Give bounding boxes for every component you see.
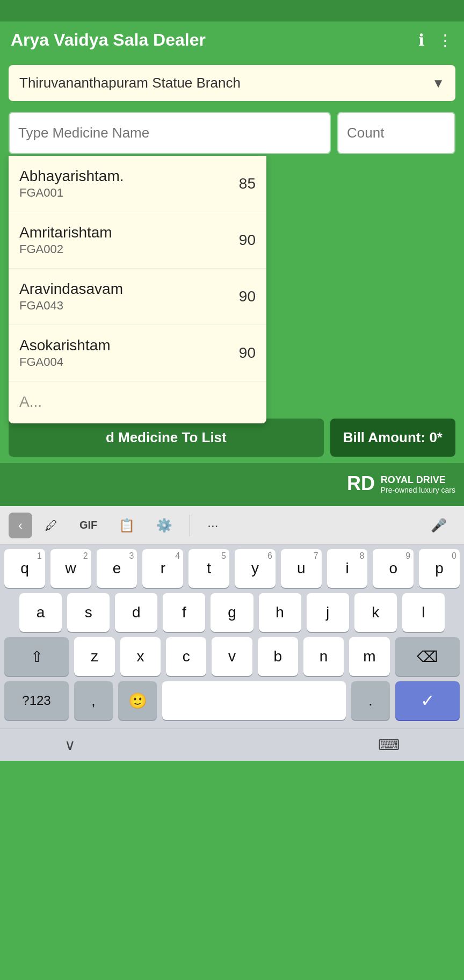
key-t[interactable]: 5t bbox=[189, 549, 229, 588]
key-backspace[interactable]: ⌫ bbox=[395, 637, 460, 676]
key-num-sym[interactable]: ?123 bbox=[4, 681, 69, 720]
search-area: Abhayarishtam. FGA001 85 Amritarishtam F… bbox=[0, 107, 464, 154]
key-j[interactable]: j bbox=[307, 593, 349, 632]
list-item[interactable]: A... bbox=[9, 381, 266, 423]
medicine-dropdown-list: Abhayarishtam. FGA001 85 Amritarishtam F… bbox=[9, 156, 266, 423]
keyboard-settings-button[interactable]: ⚙️ bbox=[148, 514, 181, 537]
royal-drive-logo: RD ROYAL DRIVE Pre-owned luxury cars bbox=[344, 471, 455, 498]
keyboard-toolbar: ‹ 🖊 GIF 📋 ⚙️ ··· 🎤 bbox=[0, 506, 464, 545]
keyboard: 1q 2w 3e 4r 5t 6y 7u 8i 9o 0p a s d f g … bbox=[0, 545, 464, 729]
svg-text:RD: RD bbox=[347, 472, 375, 494]
key-d[interactable]: d bbox=[115, 593, 157, 632]
key-m[interactable]: m bbox=[349, 637, 389, 676]
key-period[interactable]: . bbox=[351, 681, 390, 720]
keyboard-row-3: ⇧ z x c v b n m ⌫ bbox=[0, 637, 464, 676]
more-options-icon[interactable]: ⋮ bbox=[437, 31, 453, 49]
key-c[interactable]: c bbox=[166, 637, 206, 676]
brand-name: ROYAL DRIVE Pre-owned luxury cars bbox=[381, 474, 455, 495]
key-s[interactable]: s bbox=[67, 593, 110, 632]
key-a[interactable]: a bbox=[19, 593, 62, 632]
branch-selector[interactable]: Thiruvananthapuram Statue Branch ▼ bbox=[9, 65, 455, 101]
key-h[interactable]: h bbox=[259, 593, 301, 632]
header-icons: ℹ ⋮ bbox=[418, 31, 453, 49]
key-e[interactable]: 3e bbox=[97, 549, 137, 588]
royal-drive-logo-icon: RD bbox=[344, 471, 376, 498]
status-bar bbox=[0, 0, 464, 21]
keyboard-row-2: a s d f g h j k l bbox=[0, 593, 464, 632]
key-comma[interactable]: , bbox=[74, 681, 113, 720]
keyboard-row-1: 1q 2w 3e 4r 5t 6y 7u 8i 9o 0p bbox=[0, 549, 464, 588]
key-q[interactable]: 1q bbox=[4, 549, 45, 588]
key-enter[interactable]: ✓ bbox=[395, 681, 460, 720]
keyboard-row-4: ?123 , 🙂 . ✓ bbox=[0, 681, 464, 724]
branch-selector-container: Thiruvananthapuram Statue Branch ▼ bbox=[0, 59, 464, 107]
keyboard-collapse-button[interactable]: ∨ bbox=[64, 736, 76, 754]
key-b[interactable]: b bbox=[258, 637, 298, 676]
keyboard-gif-button[interactable]: GIF bbox=[71, 515, 106, 536]
toolbar-divider bbox=[190, 515, 190, 536]
key-emoji[interactable]: 🙂 bbox=[118, 681, 157, 720]
ad-banner: RD ROYAL DRIVE Pre-owned luxury cars bbox=[0, 463, 464, 506]
keyboard-layout-button[interactable]: ⌨ bbox=[378, 736, 400, 754]
key-y[interactable]: 6y bbox=[235, 549, 276, 588]
key-r[interactable]: 4r bbox=[142, 549, 183, 588]
key-n[interactable]: n bbox=[303, 637, 344, 676]
count-input-wrap bbox=[337, 112, 455, 154]
key-w[interactable]: 2w bbox=[50, 549, 91, 588]
app-header: Arya Vaidya Sala Dealer ℹ ⋮ bbox=[0, 21, 464, 59]
medicine-input-wrap bbox=[9, 112, 331, 154]
key-o[interactable]: 9o bbox=[373, 549, 414, 588]
key-spacebar[interactable] bbox=[162, 681, 346, 720]
key-k[interactable]: k bbox=[354, 593, 397, 632]
info-icon[interactable]: ℹ bbox=[418, 31, 424, 49]
key-x[interactable]: x bbox=[120, 637, 161, 676]
key-shift[interactable]: ⇧ bbox=[4, 637, 69, 676]
dropdown-arrow-icon: ▼ bbox=[432, 76, 445, 91]
list-item[interactable]: Asokarishtam FGA004 90 bbox=[9, 325, 266, 381]
list-item[interactable]: Abhayarishtam. FGA001 85 bbox=[9, 156, 266, 212]
keyboard-clipboard-button[interactable]: 📋 bbox=[110, 514, 143, 537]
keyboard-sticker-button[interactable]: 🖊 bbox=[37, 514, 67, 537]
key-f[interactable]: f bbox=[163, 593, 205, 632]
bill-amount-button[interactable]: Bill Amount: 0* bbox=[330, 419, 455, 457]
keyboard-more-button[interactable]: ··· bbox=[199, 514, 227, 537]
key-u[interactable]: 7u bbox=[281, 549, 322, 588]
key-i[interactable]: 8i bbox=[327, 549, 368, 588]
list-item[interactable]: Aravindasavam FGA043 90 bbox=[9, 269, 266, 325]
count-input[interactable] bbox=[338, 113, 454, 153]
medicine-name-input[interactable] bbox=[10, 113, 330, 153]
keyboard-nav-bar: ∨ ⌨ bbox=[0, 729, 464, 761]
key-g[interactable]: g bbox=[211, 593, 253, 632]
add-medicine-button[interactable]: d Medicine To List bbox=[9, 419, 324, 457]
branch-name: Thiruvananthapuram Statue Branch bbox=[19, 75, 241, 91]
app-title: Arya Vaidya Sala Dealer bbox=[11, 30, 206, 50]
key-p[interactable]: 0p bbox=[419, 549, 460, 588]
key-z[interactable]: z bbox=[74, 637, 114, 676]
keyboard-back-button[interactable]: ‹ bbox=[9, 513, 32, 538]
list-item[interactable]: Amritarishtam FGA002 90 bbox=[9, 212, 266, 269]
key-l[interactable]: l bbox=[402, 593, 445, 632]
keyboard-mic-button[interactable]: 🎤 bbox=[422, 514, 455, 537]
key-v[interactable]: v bbox=[212, 637, 252, 676]
